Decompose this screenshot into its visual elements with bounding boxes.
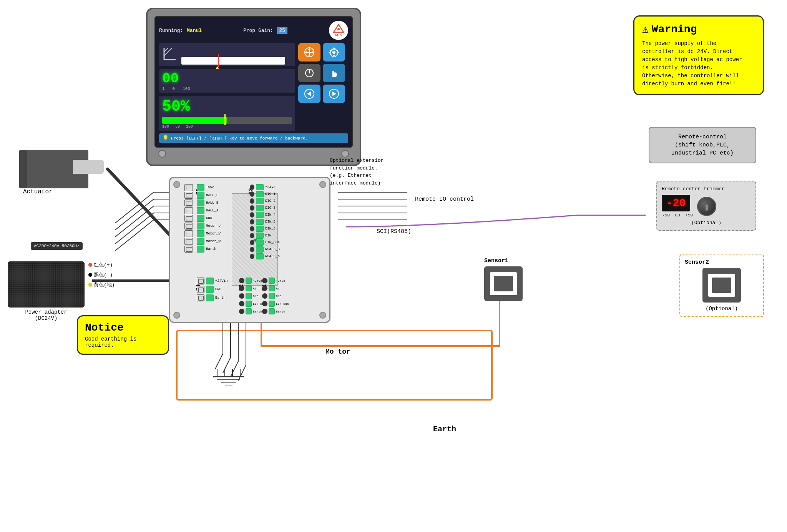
galy-logo: GALY: [329, 21, 348, 40]
percent-display: 50%: [162, 98, 190, 115]
monitor-screen: Running: Manul Prop Gain: 25 GALY: [154, 16, 353, 148]
trimmer-title: Remote center trimmer: [662, 186, 751, 192]
warning-text: The power supply of the controller is dc…: [642, 40, 755, 88]
screen-header: Running: Manul Prop Gain: 25 GALY: [159, 21, 348, 40]
screw-tr: [319, 181, 326, 188]
screen-main: ▲ 00 1 0 100 50%: [159, 43, 348, 131]
wire-black: 黑色(-): [88, 271, 115, 278]
prop-label: Prop Gain:: [243, 28, 273, 33]
wire-yellow-dot: [88, 283, 92, 287]
motor-earth-label: Earth: [206, 247, 216, 251]
monitor: Running: Manul Prop Gain: 25 GALY: [146, 8, 361, 166]
digits-labels: 1 0 100: [162, 86, 292, 91]
screw-bl: [173, 312, 180, 319]
btn-hand[interactable]: [323, 64, 345, 82]
wire-red-label: 红色(+): [94, 261, 113, 268]
screen-status-bar: 💡 Press [LEFT] / [RIGHT] key to move for…: [159, 133, 348, 143]
warning-title: ⚠ Warning: [642, 23, 755, 36]
sci-annotation: SCI(RS485): [377, 228, 411, 235]
running-value: Manul: [187, 28, 202, 33]
wire-red: 红色(+): [88, 261, 115, 268]
status-text: Press [LEFT] / [RIGHT] key to move forwa…: [171, 136, 308, 141]
notice-title: Notice: [85, 322, 161, 334]
wire-yellow: 黄色(地): [88, 281, 115, 288]
remote-control-box: Remote-control(shift knob,PLC,Industrial…: [649, 127, 756, 163]
bottom-slider: [162, 117, 292, 124]
warning-triangle-icon: ⚠: [642, 23, 649, 36]
trimmer-scale-right: +50: [685, 213, 693, 218]
wire-yellow-label: 黄色(地): [94, 281, 115, 288]
power-adapter: Power adapter(DC24V): [8, 261, 85, 321]
ground-symbols: [213, 369, 252, 394]
screen-digits-top: 00 1 0 100: [159, 69, 295, 93]
btn-move[interactable]: [298, 43, 320, 62]
sensor1-label: Sensor1: [484, 258, 523, 264]
svg-marker-12: [307, 91, 311, 96]
screw-br: [319, 312, 326, 319]
digit-label-1: 1: [162, 86, 165, 91]
actuator: Actuator: [12, 146, 111, 192]
trimmer-knob[interactable]: [697, 197, 716, 216]
warning-box: ⚠ Warning The power supply of the contro…: [633, 15, 764, 95]
trimmer-scale-zero: 00: [675, 213, 680, 218]
bottom-labels: 10050100: [162, 125, 292, 129]
prop-value: 25: [277, 27, 288, 34]
monitor-corner-tr: [341, 150, 349, 158]
green-digits: 00: [162, 71, 179, 86]
screen-running-section: Running: Manul: [159, 27, 202, 34]
warning-heading: Warning: [652, 23, 697, 35]
notice-text: Good earthing is required.: [85, 336, 161, 348]
p5-connector-left: [184, 184, 193, 253]
screen-bottom-slider-area: 50% 10050100: [159, 96, 295, 131]
svg-point-9: [332, 51, 335, 54]
wire-black-dot: [88, 273, 92, 277]
svg-marker-14: [332, 91, 336, 96]
trimmer-box: Remote center trimmer -20 -50 00 +50 (Op…: [656, 181, 756, 231]
ac-voltage-text: AC200~240V 50/60Hz: [34, 244, 80, 248]
sensor1: Sensor1: [484, 258, 523, 301]
monitor-corner-tl: [158, 150, 166, 158]
adapter-holes: [8, 261, 85, 308]
btn-row-3: [298, 85, 348, 103]
notice-box: Notice Good earthing is required.: [77, 315, 169, 355]
btn-row-2: [298, 64, 348, 82]
bottom-slider-fill: [162, 117, 227, 124]
trimmer-display: -20: [662, 195, 690, 211]
trimmer-optional: (Optional): [662, 220, 751, 226]
btn-settings[interactable]: [323, 43, 345, 62]
adapter-body: [8, 261, 85, 308]
screen-slider-top: ▲: [159, 43, 295, 66]
digit-label-2: 0: [173, 86, 175, 91]
running-label: Running:: [159, 28, 183, 33]
ac-voltage-label: AC200~240V 50/60Hz: [31, 242, 83, 250]
screen-prop-section: Prop Gain: 25: [243, 27, 287, 34]
adapter-label: Power adapter(DC24V): [8, 309, 85, 321]
trimmer-scale-left: -50: [662, 213, 670, 218]
sensor2-box: Sensor2 (Optional): [679, 254, 764, 317]
sensor2-label: Sensor2: [685, 259, 759, 266]
p5-connector-green: +5Vo HALL_C HALL_B HALL_A GND Motor_U Mo…: [197, 184, 221, 253]
p2-earth-label: Earth: [253, 310, 262, 313]
screen-buttons: [298, 43, 348, 131]
btn-row-1: [298, 43, 348, 62]
status-bulb-icon: 💡: [162, 135, 169, 141]
screw-tl: [173, 181, 180, 188]
p1-earth-label: Earth: [276, 310, 285, 313]
btn-right[interactable]: [323, 85, 345, 103]
motor-label: Mo tor: [325, 348, 350, 356]
p1-connector: +24Vo Ain GND LIN_Bus Earth: [262, 277, 289, 315]
wire-red-dot: [88, 263, 92, 267]
p4-connector: +24Vin GND Earth: [197, 277, 227, 302]
wire-black-label: 黑色(-): [94, 271, 113, 278]
screen-left: ▲ 00 1 0 100 50%: [159, 43, 295, 131]
monitor-corners: [154, 150, 353, 158]
sensor2-optional: (Optional): [685, 306, 759, 312]
p3-connector: +24Vo DIO_1 DIO_2 DIO_3 DIN_4 DIN_5 DIN_…: [250, 184, 280, 260]
slider-track-top: ▲: [181, 57, 285, 65]
optional-module-annotation: Optional extensionfunction module.(e.g. …: [330, 157, 384, 187]
actuator-label: Actuator: [23, 188, 53, 195]
remote-control-label: Remote-control(shift knob,PLC,Industrial…: [655, 133, 750, 157]
btn-left[interactable]: [298, 85, 320, 103]
svg-point-1: [337, 28, 340, 30]
btn-power[interactable]: [298, 64, 320, 82]
